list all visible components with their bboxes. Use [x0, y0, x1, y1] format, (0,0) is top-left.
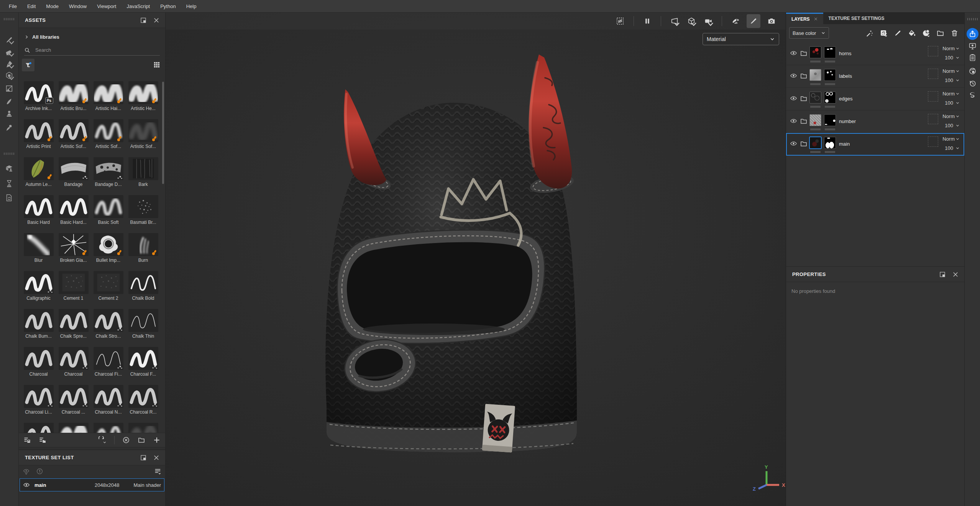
stencil-visibility-button[interactable]	[614, 15, 626, 27]
list-options-icon[interactable]	[154, 468, 161, 475]
asset-item[interactable]: Cement 1	[56, 268, 91, 306]
opacity-dropdown[interactable]: 100	[945, 77, 960, 83]
viewport-3d-canvas[interactable]: Y X Z Material	[166, 13, 786, 506]
asset-item[interactable]: Bandage	[56, 154, 91, 192]
grid-view-icon[interactable]	[153, 61, 161, 69]
eye-icon[interactable]	[790, 95, 797, 102]
geometry-mask-tool-button[interactable]	[3, 69, 15, 82]
asset-item[interactable]: Cement 2	[91, 268, 126, 306]
open-assets-folder-button[interactable]	[138, 436, 145, 444]
layer-thumbnail[interactable]	[809, 46, 821, 58]
filter-button[interactable]	[22, 59, 34, 71]
asset-item[interactable]: Basic Hard...	[56, 192, 91, 230]
menu-item-mode[interactable]: Mode	[46, 3, 59, 9]
tab-layers[interactable]: LAYERS	[786, 13, 823, 24]
add-group-button[interactable]	[936, 28, 945, 38]
float-panel-icon[interactable]	[140, 454, 147, 461]
asset-item[interactable]: Artistic He...	[126, 79, 161, 117]
paint-mode-button[interactable]	[747, 14, 760, 28]
shading-mode-dropdown[interactable]: Material	[703, 33, 779, 45]
asset-item[interactable]: Autumn Le...	[21, 154, 56, 192]
shader-settings-button[interactable]	[967, 65, 978, 77]
panel-drag-handle[interactable]	[967, 18, 978, 20]
layer-thumbnail[interactable]	[809, 137, 821, 149]
menu-item-window[interactable]: Window	[69, 3, 87, 9]
render-mode-button[interactable]	[766, 15, 777, 27]
menu-item-file[interactable]: File	[9, 3, 17, 9]
pause-engine-button[interactable]	[642, 15, 653, 27]
assets-shortcut-button[interactable]	[3, 162, 15, 174]
layer-mask-thumbnail[interactable]	[824, 114, 836, 126]
refresh-assets-button[interactable]	[97, 436, 107, 444]
asset-item[interactable]: Bullet Imp...	[91, 230, 126, 268]
asset-item[interactable]: Charcoal N...	[91, 382, 126, 420]
display-settings-button[interactable]	[967, 40, 978, 52]
menu-item-python[interactable]: Python	[160, 3, 176, 9]
projection-mode-button[interactable]	[669, 15, 680, 27]
float-panel-icon[interactable]	[939, 271, 946, 278]
layer-row-number[interactable]: numberNorm100	[786, 110, 964, 133]
layer-mask-thumbnail[interactable]	[824, 69, 836, 81]
eye-icon[interactable]	[790, 72, 797, 79]
layer-row-main[interactable]: mainNorm100	[786, 133, 964, 156]
eraser-tool-button[interactable]	[3, 46, 15, 58]
save-assets-list-button[interactable]	[23, 436, 31, 444]
log-button[interactable]	[967, 52, 978, 64]
close-panel-icon[interactable]	[153, 454, 160, 461]
add-effect-button[interactable]	[879, 28, 888, 38]
asset-item[interactable]: PsArchive Ink...	[21, 79, 56, 117]
visibility-options-icon[interactable]	[23, 468, 30, 475]
share-button[interactable]	[967, 28, 978, 40]
asset-item[interactable]: Chalk Bum...	[21, 306, 56, 344]
add-smart-material-button[interactable]	[865, 28, 874, 38]
load-assets-list-button[interactable]	[39, 436, 46, 444]
layer-thumbnail[interactable]	[809, 114, 821, 126]
menu-item-viewport[interactable]: Viewport	[97, 3, 116, 9]
projection-tool-button[interactable]	[3, 58, 15, 70]
asset-item[interactable]	[56, 420, 91, 433]
blend-mode-dropdown[interactable]: Norm	[942, 91, 960, 97]
delete-layer-button[interactable]	[950, 28, 959, 38]
add-mask-button[interactable]	[921, 28, 931, 38]
float-panel-icon[interactable]	[140, 17, 147, 24]
asset-item[interactable]: Bark	[126, 154, 161, 192]
add-fill-layer-button[interactable]	[907, 28, 916, 38]
texture-set-row[interactable]: main 2048x2048 Main shader	[20, 478, 164, 491]
blend-mode-dropdown[interactable]: Norm	[942, 136, 960, 142]
channel-dropdown[interactable]: Base color	[789, 27, 829, 39]
asset-item[interactable]: Charcoal R...	[126, 382, 161, 420]
asset-item[interactable]: Charcoal Fi...	[91, 344, 126, 382]
asset-item[interactable]: Basic Soft	[91, 192, 126, 230]
clone-stamp-tool-button[interactable]	[3, 108, 15, 120]
asset-item[interactable]	[91, 420, 126, 433]
asset-item[interactable]: Charcoal ...	[56, 382, 91, 420]
panel-drag-handle[interactable]	[4, 18, 15, 20]
menu-item-javascript[interactable]: JavaScript	[126, 3, 150, 9]
blend-mode-dropdown[interactable]: Norm	[942, 113, 960, 119]
menu-item-help[interactable]: Help	[186, 3, 197, 9]
asset-item[interactable]: Charcoal	[21, 344, 56, 382]
opacity-dropdown[interactable]: 100	[945, 145, 960, 151]
eye-icon[interactable]	[23, 481, 30, 488]
asset-item[interactable]: Basic Hard	[21, 192, 56, 230]
history-shortcut-button[interactable]	[3, 177, 15, 190]
asset-item[interactable]: Artistic Bru...	[56, 79, 91, 117]
solo-view-icon[interactable]	[36, 468, 43, 475]
blend-mode-dropdown[interactable]: Norm	[942, 46, 960, 51]
asset-item[interactable]: Blur	[21, 230, 56, 268]
layer-row-labels[interactable]: labelsNorm100	[786, 65, 964, 88]
substance-share-button[interactable]	[967, 89, 978, 101]
asset-item[interactable]: Charcoal F...	[126, 344, 161, 382]
asset-item[interactable]	[21, 420, 56, 433]
asset-item[interactable]: Artistic Hai...	[91, 79, 126, 117]
asset-item[interactable]: Chalk Spre...	[56, 306, 91, 344]
clear-session-assets-button[interactable]	[122, 436, 130, 444]
asset-item[interactable]: Calligraphic	[21, 268, 56, 306]
asset-item[interactable]	[126, 420, 161, 433]
layer-row-horns[interactable]: hornsNorm100	[786, 43, 964, 65]
opacity-dropdown[interactable]: 100	[945, 123, 960, 128]
eye-icon[interactable]	[790, 117, 797, 125]
opacity-dropdown[interactable]: 100	[945, 55, 960, 61]
add-paint-layer-button[interactable]	[893, 28, 902, 38]
material-picker-tool-button[interactable]	[3, 122, 15, 134]
